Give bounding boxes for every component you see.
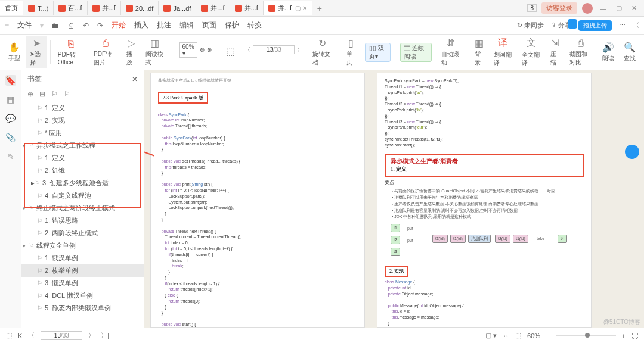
tab-5[interactable]: Ja...df xyxy=(159,1,196,15)
maximize-icon[interactable]: ▢ xyxy=(614,4,624,12)
menu-convert[interactable]: 转换 xyxy=(247,20,262,30)
undo-icon[interactable]: ↶ xyxy=(83,21,89,30)
close-window-icon[interactable]: ✕ xyxy=(629,4,639,12)
tab-home[interactable]: 首页 xyxy=(0,1,23,15)
sb-zoom-in-icon[interactable]: + xyxy=(622,332,626,339)
more-icon[interactable]: ⋯ xyxy=(619,21,626,29)
rotate-tool[interactable]: ↻旋转文档 xyxy=(309,36,335,68)
tree-node[interactable]: ⚐1. 定义 xyxy=(21,102,144,114)
print-icon[interactable]: 🖨 xyxy=(67,21,75,30)
sync-status[interactable]: ↻ 未同步 xyxy=(517,21,544,30)
play-button[interactable]: ▷播放 xyxy=(123,36,140,68)
signature-tab-icon[interactable]: ✎ xyxy=(5,151,16,162)
read-mode[interactable]: ▥阅读模式 xyxy=(142,36,168,68)
expand-all-icon[interactable]: ⊟ xyxy=(39,90,45,98)
login-button[interactable]: 访客登录 xyxy=(541,2,577,14)
speak-tool[interactable]: 🔊朗读 xyxy=(599,36,618,68)
menu-start[interactable]: 开始 xyxy=(112,20,126,30)
redo-icon[interactable]: ↷ xyxy=(97,21,103,30)
menu-annotate[interactable]: 批注 xyxy=(157,20,171,30)
menu-edit[interactable]: 编辑 xyxy=(179,20,194,30)
prev-page-icon[interactable]: 〈 xyxy=(244,46,250,54)
tree-node[interactable]: ⚐5. 静态内部类懒汉单例 xyxy=(21,302,144,314)
tree-node[interactable]: ⚐3. 懒汉单例 xyxy=(21,277,144,289)
view-mode-icon[interactable]: ▢ ▾ xyxy=(485,332,497,339)
tab-8-active[interactable]: 并...f▢ ✕ xyxy=(264,1,312,15)
fit-page-icon[interactable]: ⬚ xyxy=(222,36,239,68)
zoom-slider[interactable] xyxy=(556,335,616,336)
thumbnail-tab-icon[interactable]: ▦ xyxy=(5,94,16,105)
open-icon[interactable]: 🖿 xyxy=(52,21,59,30)
menu-icon[interactable]: ≡ xyxy=(5,21,9,30)
tree-node[interactable]: ⚐4. 自定义线程池 xyxy=(21,189,144,202)
hand-tool[interactable]: ✋手型 xyxy=(5,36,24,68)
sb-more-icon[interactable]: ⋯ xyxy=(115,332,122,339)
tab-3[interactable]: 并...f xyxy=(88,1,121,15)
tab-7[interactable]: 并...f xyxy=(230,1,264,15)
tree-node[interactable]: ⚐* 应用 xyxy=(21,127,144,139)
upload-pill[interactable]: 拖拽上传 xyxy=(578,20,612,31)
next-page-icon[interactable]: 〉 xyxy=(297,46,303,54)
zoom-in-icon[interactable]: ⊕ xyxy=(207,46,212,53)
tree-parent[interactable]: ⚐异步模式之工作线程 xyxy=(21,139,144,152)
tree-node[interactable]: ⚐1. 错误思路 xyxy=(21,214,144,227)
new-tab-button[interactable]: + xyxy=(312,1,327,15)
fullscreen-icon[interactable]: ⛶ xyxy=(631,332,638,339)
pdf-to-office[interactable]: ⎘PDF转Office xyxy=(54,36,88,68)
compress-tool[interactable]: ⇲压缩 xyxy=(547,36,564,68)
single-page[interactable]: ▯单页 xyxy=(343,36,360,68)
minimize-icon[interactable]: — xyxy=(597,5,609,12)
floating-action-icon[interactable] xyxy=(625,145,639,159)
sb-tool-icon[interactable]: ⬚ xyxy=(6,332,12,339)
tree-parent[interactable]: ⚐终止模式之两阶段终止模式 xyxy=(21,202,144,214)
tree-node-selected[interactable]: ⚐2. 枚举单例 xyxy=(21,264,144,277)
tree-node[interactable]: ⚐2. 饥饿 xyxy=(21,164,144,177)
bookmark-nav-icon[interactable]: ⚐ xyxy=(51,90,58,98)
menu-insert[interactable]: 插入 xyxy=(134,20,148,30)
tab-4[interactable]: 20...df xyxy=(121,1,159,15)
last-page-icon[interactable]: 〉| xyxy=(101,331,109,340)
tree-node[interactable]: ⚐4. DCL 懒汉单例 xyxy=(21,289,144,302)
find-tool[interactable]: 🔍查找 xyxy=(620,36,639,68)
continuous-read[interactable]: ▤ 连续阅读 xyxy=(397,36,435,68)
tree-parent[interactable]: ⚐线程安全单例 xyxy=(21,239,144,252)
pdf-to-image[interactable]: ⎙PDF转图片 xyxy=(90,36,120,68)
next-page-icon[interactable]: 〉 xyxy=(88,331,95,340)
tree-node[interactable]: ⚐2. 实现 xyxy=(21,114,144,127)
tab-1[interactable]: T...) xyxy=(23,1,54,15)
sb-zoom-out-icon[interactable]: − xyxy=(546,332,550,339)
zoom-out-icon[interactable]: ⊖ xyxy=(200,46,205,53)
sidebar-close-icon[interactable]: ✕ xyxy=(132,75,138,83)
sb-page-indicator[interactable]: 13/33 xyxy=(41,331,82,340)
fit-width-icon[interactable]: ↔ xyxy=(503,332,509,339)
collapse-icon[interactable]: 〈 xyxy=(633,21,639,30)
document-viewport[interactable]: 其实就没有考虑a, b, c 线程都就绪再开始 2.3 Park Unpark … xyxy=(144,70,644,328)
tree-node[interactable]: ⚐1. 定义 xyxy=(21,152,144,164)
bookmark-tab-icon[interactable]: 🔖 xyxy=(5,75,16,86)
auto-scroll[interactable]: ⇵自动滚动 xyxy=(438,36,464,68)
tree-node[interactable]: ⚐1. 饿汉单例 xyxy=(21,252,144,264)
bookmark-del-icon[interactable]: ⚐ xyxy=(64,90,70,98)
menu-protect[interactable]: 保护 xyxy=(225,20,239,30)
tab-2[interactable]: 百...f xyxy=(54,1,87,15)
avatar[interactable] xyxy=(582,3,593,14)
tab-6[interactable]: 并...f xyxy=(196,1,230,15)
fit-page-icon[interactable]: ⬚ xyxy=(515,332,521,339)
first-page-icon[interactable]: K xyxy=(18,332,22,339)
comment-tab-icon[interactable]: 💬 xyxy=(5,113,16,124)
page-indicator[interactable]: 13/33 xyxy=(253,45,295,54)
translate-selection[interactable]: 译划词翻译 xyxy=(490,36,516,68)
background-tool[interactable]: ▦背景 xyxy=(471,36,488,68)
menu-page[interactable]: 页面 xyxy=(202,20,216,30)
prev-page-icon[interactable]: 〈 xyxy=(28,331,35,340)
attachment-tab-icon[interactable]: 📎 xyxy=(5,132,16,143)
translate-full[interactable]: 文全文翻译 xyxy=(518,36,544,68)
add-bookmark-icon[interactable]: ⊕ xyxy=(27,90,33,98)
double-page[interactable]: ▯▯ 双页▾ xyxy=(361,36,394,68)
screenshot-compare[interactable]: ⎙截图和对比 xyxy=(566,36,596,68)
close-icon[interactable]: ▢ ✕ xyxy=(295,5,307,11)
tree-node[interactable]: ⚐2. 两阶段终止模式 xyxy=(21,227,144,239)
menu-file[interactable]: 文件 xyxy=(17,20,32,30)
tree-node[interactable]: ▸ ⚐3. 创建多少线程池合适 xyxy=(21,177,144,189)
select-tool[interactable]: ➤➤选择 xyxy=(26,36,47,68)
